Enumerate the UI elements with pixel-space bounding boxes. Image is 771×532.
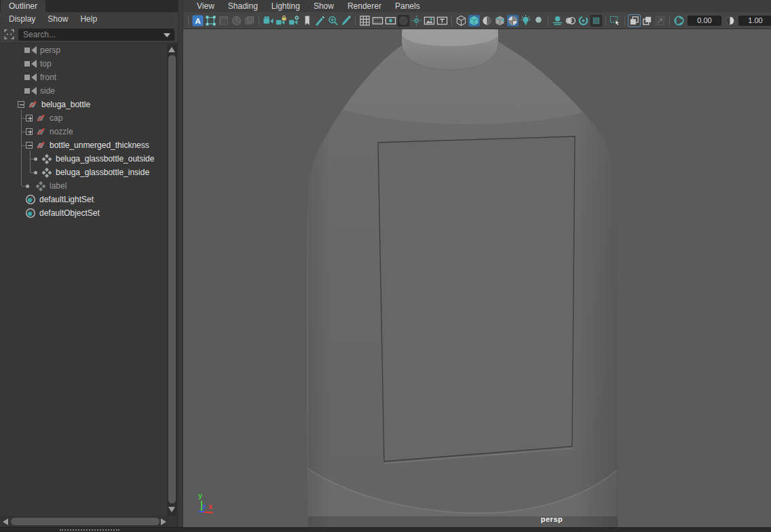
- menu-renderer[interactable]: Renderer: [341, 1, 388, 11]
- expand-toggle-icon[interactable]: [26, 115, 33, 121]
- search-dropdown-icon[interactable]: [164, 33, 170, 37]
- wire-on-shaded-icon[interactable]: [481, 15, 493, 26]
- object-set-icon: [25, 208, 36, 218]
- expand-toggle-icon[interactable]: [26, 128, 33, 135]
- camera-icon: [24, 60, 37, 68]
- scroll-down-icon[interactable]: [168, 507, 176, 513]
- shaded-cube-icon[interactable]: [468, 15, 480, 26]
- camera-lock-icon[interactable]: [276, 15, 287, 26]
- svg-text:A: A: [195, 16, 200, 24]
- collapse-toggle-icon[interactable]: [18, 101, 24, 108]
- viewport-canvas[interactable]: y z x persp: [183, 29, 771, 527]
- ssao-icon[interactable]: [552, 15, 563, 26]
- vertical-scroll-thumb[interactable]: [168, 55, 176, 504]
- tab-outliner[interactable]: Outliner: [1, 0, 45, 12]
- corner-frame-icon[interactable]: [205, 15, 217, 26]
- search-field: [18, 28, 174, 41]
- panel-resize-handle[interactable]: [60, 529, 119, 531]
- grid-icon[interactable]: [359, 15, 371, 26]
- tree-item-beluga-glassbottle-outside[interactable]: beluga_glassbottle_outside: [0, 152, 178, 166]
- transform-node-icon: [35, 126, 46, 137]
- outliner-tab-strip: Outliner: [0, 0, 178, 12]
- tree-item-bottle-unmerged-thickness[interactable]: bottle_unmerged_thickness: [0, 138, 178, 152]
- scroll-right-icon[interactable]: [161, 518, 167, 526]
- multisample-icon[interactable]: [578, 15, 589, 26]
- tree-item-default-light-set[interactable]: defaultLightSet: [0, 193, 178, 206]
- export-arrow-dim-icon[interactable]: [654, 15, 666, 26]
- tree-item-label[interactable]: label: [0, 179, 178, 193]
- tree-item-front[interactable]: front: [0, 71, 178, 84]
- wireframe-cube-icon[interactable]: [455, 15, 467, 26]
- exposure-field[interactable]: 0.00: [688, 16, 721, 26]
- annotate-a-icon[interactable]: A: [192, 15, 204, 26]
- toolbar-separator: [355, 16, 356, 26]
- pan-zoom-icon[interactable]: [327, 15, 339, 26]
- overlap-squares-b-icon[interactable]: [641, 15, 653, 26]
- scroll-left-icon[interactable]: [3, 518, 9, 526]
- vertical-scrollbar[interactable]: [167, 44, 177, 516]
- frame-dim-icon[interactable]: [218, 15, 229, 26]
- pressed-square-icon[interactable]: [590, 15, 602, 26]
- camera-icon: [24, 46, 37, 54]
- tree-item-default-object-set[interactable]: defaultObjectSet: [0, 206, 178, 220]
- shadows-icon[interactable]: [533, 15, 544, 26]
- axis-y-label: y: [198, 491, 202, 499]
- film-gate-icon[interactable]: [372, 15, 383, 26]
- maya-window: Outliner Display Show Help: [0, 0, 771, 532]
- camera-icon: [24, 73, 37, 81]
- tree-item-nozzle[interactable]: nozzle: [0, 125, 178, 138]
- menu-display[interactable]: Display: [3, 14, 41, 24]
- checker-sphere-icon[interactable]: [507, 15, 519, 26]
- camera-gear-icon[interactable]: [288, 15, 300, 26]
- tree-item-cap[interactable]: cap: [0, 111, 178, 125]
- pie-dim-icon[interactable]: [231, 15, 242, 26]
- image-plane-icon[interactable]: [314, 15, 326, 26]
- layers-dim-icon[interactable]: [244, 15, 255, 26]
- menu-show[interactable]: Show: [307, 1, 341, 11]
- menu-view[interactable]: View: [190, 1, 221, 11]
- tree-item-beluga-bottle[interactable]: beluga_bottle: [0, 98, 178, 111]
- scroll-up-icon[interactable]: [168, 47, 176, 53]
- toolbar-separator: [188, 16, 189, 26]
- contrast-icon[interactable]: [724, 15, 736, 26]
- menu-lighting[interactable]: Lighting: [265, 1, 307, 11]
- axis-z-line: [199, 511, 204, 512]
- camera-name-label: persp: [531, 515, 572, 523]
- tree-item-side[interactable]: side: [0, 84, 178, 98]
- isolate-select-icon[interactable]: [609, 15, 621, 26]
- horizontal-scroll-thumb[interactable]: [11, 518, 159, 525]
- panel-splitter[interactable]: [178, 0, 183, 527]
- safe-title-icon[interactable]: [436, 15, 448, 26]
- exposure-icon[interactable]: [673, 15, 685, 26]
- light-bulb-icon[interactable]: [520, 15, 531, 26]
- menu-show[interactable]: Show: [41, 14, 74, 24]
- filter-corners-icon[interactable]: [3, 28, 15, 40]
- gamma-field[interactable]: 1.00: [738, 16, 771, 26]
- camera-icon[interactable]: [263, 15, 274, 26]
- motion-blur-icon[interactable]: [565, 15, 576, 26]
- toolbar-separator: [669, 16, 670, 26]
- outliner-menubar: Display Show Help: [0, 12, 178, 26]
- tree-item-top[interactable]: top: [0, 57, 178, 71]
- object-set-icon: [25, 194, 36, 205]
- toolbar-separator: [259, 16, 259, 26]
- search-input[interactable]: [23, 30, 159, 39]
- horizontal-scrollbar[interactable]: [0, 516, 178, 527]
- toolbar-separator: [624, 16, 625, 26]
- toolbar-separator: [548, 16, 548, 26]
- textured-cube-icon[interactable]: [494, 15, 506, 26]
- tree-item-beluga-glassbottle-inside[interactable]: beluga_glassbottle_inside: [0, 166, 178, 179]
- menu-panels[interactable]: Panels: [388, 1, 427, 11]
- tree-item-persp[interactable]: persp: [0, 43, 178, 57]
- safe-action-icon[interactable]: [424, 15, 435, 26]
- menu-help[interactable]: Help: [74, 14, 103, 24]
- bookmark-icon[interactable]: [301, 15, 313, 26]
- overlap-squares-a-icon[interactable]: [628, 15, 640, 26]
- collapse-toggle-icon[interactable]: [26, 142, 33, 149]
- outliner-panel: Outliner Display Show Help: [0, 0, 178, 527]
- resolution-gate-icon[interactable]: [385, 15, 396, 26]
- field-chart-icon[interactable]: [411, 15, 422, 26]
- grease-pencil-icon[interactable]: [340, 15, 352, 26]
- gate-mask-icon[interactable]: [398, 15, 409, 26]
- menu-shading[interactable]: Shading: [221, 1, 265, 11]
